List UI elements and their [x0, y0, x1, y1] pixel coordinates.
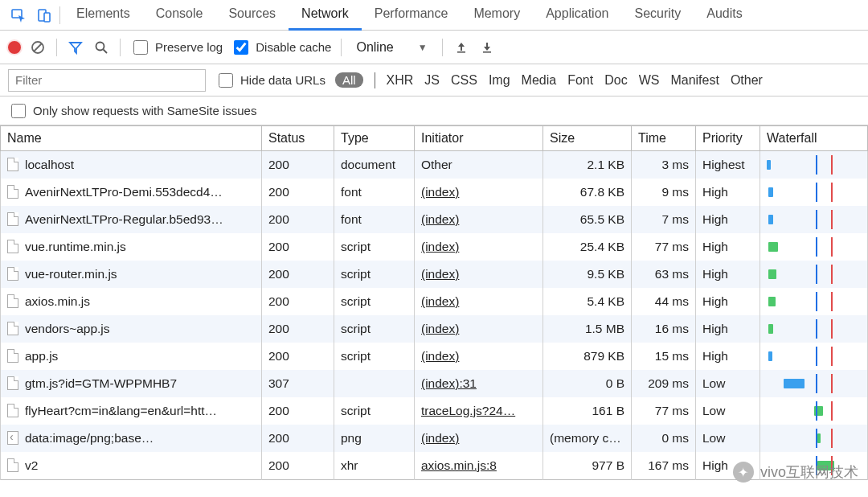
column-status[interactable]: Status — [262, 126, 334, 151]
filter-type-xhr[interactable]: XHR — [387, 73, 414, 88]
filter-icon[interactable] — [67, 39, 84, 56]
cell-time: 167 ms — [632, 452, 696, 480]
cell-name: v2 — [1, 452, 262, 480]
filter-type-all[interactable]: All — [335, 72, 363, 88]
waterfall-bar — [817, 433, 821, 443]
table-row[interactable]: v2200xhraxios.min.js:8977 B167 msHigh — [1, 452, 868, 480]
load-marker — [831, 401, 833, 421]
tab-console[interactable]: Console — [143, 0, 216, 31]
tab-memory[interactable]: Memory — [461, 0, 533, 31]
cell-status: 200 — [262, 288, 334, 315]
table-row[interactable]: vue.runtime.min.js200script(index)25.4 K… — [1, 233, 868, 261]
column-time[interactable]: Time — [632, 126, 696, 151]
tab-audits[interactable]: Audits — [694, 0, 755, 31]
hide-data-urls-checkbox[interactable]: Hide data URLs — [215, 71, 326, 90]
cell-size: 161 B — [543, 397, 632, 425]
column-size[interactable]: Size — [543, 126, 632, 151]
cell-priority: Low — [696, 370, 760, 397]
initiator-link[interactable]: axios.min.js:8 — [421, 458, 497, 472]
initiator-link[interactable]: (index) — [421, 240, 459, 253]
initiator-link[interactable]: (index):31 — [421, 376, 477, 390]
upload-har-icon[interactable] — [452, 39, 470, 56]
initiator-link[interactable]: (index) — [421, 267, 459, 281]
tab-performance[interactable]: Performance — [362, 0, 461, 31]
cell-size: 1.5 MB — [543, 315, 632, 343]
record-button[interactable] — [8, 41, 21, 54]
load-marker — [831, 237, 833, 257]
preserve-log-checkbox[interactable]: Preserve log — [130, 38, 223, 57]
initiator-link[interactable]: (index) — [421, 431, 459, 445]
initiator-link[interactable]: (index) — [421, 185, 459, 199]
load-marker — [831, 265, 833, 284]
inspect-element-icon[interactable] — [6, 3, 31, 27]
throttling-select[interactable]: Online ▼ — [351, 40, 432, 55]
filter-type-js[interactable]: JS — [424, 73, 440, 88]
file-resource-icon — [7, 294, 18, 308]
tab-application[interactable]: Application — [533, 0, 621, 31]
separator — [120, 39, 121, 56]
file-resource-icon — [7, 349, 18, 363]
table-row[interactable]: AvenirNextLTPro-Regular.b5ed93…200font(i… — [1, 206, 868, 233]
table-row[interactable]: axios.min.js200script(index)5.4 KB44 msH… — [1, 288, 868, 315]
cell-size: 65.5 KB — [543, 206, 632, 233]
column-initiator[interactable]: Initiator — [415, 126, 543, 151]
toggle-device-toolbar-icon[interactable] — [32, 3, 56, 27]
initiator-link[interactable]: (index) — [421, 349, 459, 363]
samesite-checkbox[interactable]: Only show requests with SameSite issues — [8, 101, 256, 121]
table-row[interactable]: app.js200script(index)879 KB15 msHigh — [1, 343, 868, 370]
filter-type-other[interactable]: Other — [731, 73, 763, 88]
column-name[interactable]: Name — [1, 126, 262, 151]
disable-cache-checkbox[interactable]: Disable cache — [231, 38, 331, 57]
filter-type-media[interactable]: Media — [522, 73, 557, 88]
table-row[interactable]: flyHeart?cm=in&lang=en&url=htt…200script… — [1, 397, 868, 425]
cell-status: 200 — [262, 206, 334, 233]
cell-size: 25.4 KB — [543, 233, 632, 261]
cell-size: 977 B — [543, 452, 632, 480]
filter-input[interactable] — [8, 69, 206, 92]
table-row[interactable]: AvenirNextLTPro-Demi.553decd4…200font(in… — [1, 179, 868, 206]
filter-type-font[interactable]: Font — [567, 73, 593, 88]
tab-security[interactable]: Security — [621, 0, 694, 31]
initiator-link[interactable]: (index) — [421, 294, 459, 308]
search-icon[interactable] — [92, 39, 110, 56]
cell-size: 2.1 KB — [543, 151, 632, 179]
table-row[interactable]: data:image/png;base…200png(index)(memory… — [1, 425, 868, 452]
column-priority[interactable]: Priority — [696, 126, 760, 151]
table-row[interactable]: vendors~app.js200script(index)1.5 MB16 m… — [1, 315, 868, 343]
filter-type-css[interactable]: CSS — [451, 73, 477, 88]
download-har-icon[interactable] — [478, 39, 496, 56]
cell-waterfall — [760, 179, 868, 206]
filter-type-doc[interactable]: Doc — [604, 73, 627, 88]
tab-network[interactable]: Network — [289, 0, 362, 31]
cell-time: 209 ms — [632, 370, 696, 397]
initiator-link[interactable]: (index) — [421, 212, 459, 226]
column-type[interactable]: Type — [334, 126, 415, 151]
initiator-link[interactable]: traceLog.js?24… — [421, 404, 515, 417]
preserve-log-label: Preserve log — [155, 40, 223, 54]
cell-priority: High — [696, 261, 760, 288]
cell-type: script — [334, 315, 415, 343]
cell-status: 200 — [262, 315, 334, 343]
domcontentloaded-marker — [816, 292, 817, 311]
cell-type: script — [334, 261, 415, 288]
filter-type-ws[interactable]: WS — [639, 73, 660, 88]
table-row[interactable]: localhost200documentOther2.1 KB3 msHighe… — [1, 151, 868, 179]
table-row[interactable]: gtm.js?id=GTM-WPPMHB7307(index):310 B209… — [1, 370, 868, 397]
tab-elements[interactable]: Elements — [63, 0, 143, 31]
cell-priority: High — [696, 452, 760, 480]
domcontentloaded-marker — [816, 265, 817, 284]
table-row[interactable]: vue-router.min.js200script(index)9.5 KB6… — [1, 261, 868, 288]
cell-name: axios.min.js — [1, 288, 262, 315]
cell-initiator: (index) — [415, 343, 543, 370]
load-marker — [831, 374, 833, 393]
cell-type: document — [334, 151, 415, 179]
svg-point-4 — [96, 42, 104, 50]
clear-icon[interactable] — [29, 39, 47, 56]
initiator-link[interactable]: (index) — [421, 322, 459, 335]
cell-status: 200 — [262, 179, 334, 206]
filter-type-manifest[interactable]: Manifest — [670, 73, 719, 88]
filter-type-img[interactable]: Img — [489, 73, 510, 88]
cell-initiator: (index):31 — [415, 370, 543, 397]
column-waterfall[interactable]: Waterfall — [760, 126, 868, 151]
tab-sources[interactable]: Sources — [215, 0, 289, 31]
